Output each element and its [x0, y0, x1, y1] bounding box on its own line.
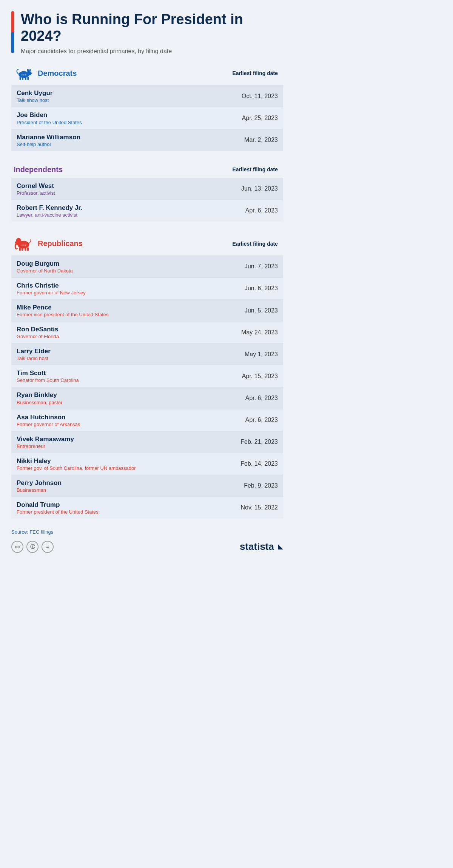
svg-rect-5 — [27, 77, 29, 80]
candidate-name: Ron DeSantis — [17, 325, 59, 334]
filing-date: Apr. 6, 2023 — [229, 417, 278, 423]
candidate-name: Nikki Haley — [17, 457, 136, 465]
filing-date: Apr. 25, 2023 — [229, 115, 278, 122]
filing-date: May 24, 2023 — [229, 329, 278, 336]
candidate-info: Asa Hutchinson Former governor of Arkans… — [17, 413, 80, 427]
democrats-header: ★ ★ ★ Democrats Earliest filing date — [11, 62, 283, 85]
candidate-role: Businessman, pastor — [17, 400, 62, 405]
independents-header-left: Independents — [14, 165, 63, 174]
header-text: Who is Running For President in 2024? Ma… — [21, 11, 283, 55]
svg-rect-4 — [25, 78, 26, 80]
candidate-info: Vivek Ramaswamy Entrepreneur — [17, 435, 74, 449]
republicans-col-header: Earliest filing date — [232, 241, 278, 247]
candidate-role: Talk show host — [17, 97, 52, 103]
candidate-role: Professor, activist — [17, 190, 55, 196]
independents-candidates-list: Cornel West Professor, activist Jun. 13,… — [11, 178, 283, 222]
democrats-section: ★ ★ ★ Democrats Earliest filing date Cen… — [11, 62, 283, 151]
candidate-role: Former governor of Arkansas — [17, 422, 80, 427]
page-title: Who is Running For President in 2024? — [21, 11, 283, 44]
filing-date: Feb. 14, 2023 — [229, 460, 278, 467]
candidate-info: Perry Johnson Businessman — [17, 479, 62, 493]
table-row: Asa Hutchinson Former governor of Arkans… — [11, 409, 283, 431]
filing-date: Apr. 6, 2023 — [229, 207, 278, 214]
candidate-info: Nikki Haley Former gov. of South Carolin… — [17, 457, 136, 471]
table-row: Ryan Binkley Businessman, pastor Apr. 6,… — [11, 387, 283, 409]
candidate-name: Marianne Williamson — [17, 133, 80, 142]
candidate-role: Governor of Florida — [17, 334, 59, 339]
candidate-name: Joe Biden — [17, 111, 82, 119]
republicans-label: Republicans — [38, 239, 83, 248]
statista-text: statista — [240, 541, 274, 553]
table-row: Vivek Ramaswamy Entrepreneur Feb. 21, 20… — [11, 431, 283, 453]
statista-logo: statista — [240, 541, 283, 553]
nd-icon: = — [42, 541, 54, 553]
svg-rect-13 — [22, 248, 23, 251]
svg-rect-2 — [20, 77, 21, 80]
candidate-info: Chris Christie Former governor of New Je… — [17, 282, 86, 295]
candidate-info: Robert F. Kennedy Jr. Lawyer, anti-vacci… — [17, 204, 82, 218]
footer-row: cc ⓘ = statista — [11, 541, 283, 553]
table-row: Larry Elder Talk radio host May 1, 2023 — [11, 343, 283, 365]
source-label: Source: — [11, 529, 29, 535]
filing-date: Jun. 7, 2023 — [229, 263, 278, 270]
svg-text:★ ★ ★: ★ ★ ★ — [21, 244, 27, 246]
candidate-role: Talk radio host — [17, 356, 51, 361]
filing-date: Feb. 21, 2023 — [229, 439, 278, 445]
candidate-name: Cornel West — [17, 182, 55, 190]
svg-point-1 — [27, 72, 32, 75]
table-row: Cornel West Professor, activist Jun. 13,… — [11, 178, 283, 200]
donkey-icon: ★ ★ ★ — [14, 65, 33, 81]
filing-date: Jun. 5, 2023 — [229, 307, 278, 314]
candidate-name: Perry Johnson — [17, 479, 62, 487]
elephant-icon: ★ ★ ★ — [14, 236, 33, 252]
candidate-info: Ryan Binkley Businessman, pastor — [17, 391, 62, 405]
candidate-info: Doug Burgum Governor of North Dakota — [17, 260, 73, 274]
svg-rect-3 — [22, 78, 23, 80]
filing-date: Feb. 9, 2023 — [229, 482, 278, 489]
table-row: Perry Johnson Businessman Feb. 9, 2023 — [11, 475, 283, 497]
candidate-role: Former governor of New Jersey — [17, 290, 86, 295]
filing-date: Mar. 2, 2023 — [229, 137, 278, 143]
filing-date: Apr. 6, 2023 — [229, 395, 278, 402]
license-icons: cc ⓘ = — [11, 541, 54, 553]
candidate-name: Chris Christie — [17, 282, 86, 290]
candidate-info: Joe Biden President of the United States — [17, 111, 82, 125]
candidate-role: Entrepreneur — [17, 443, 74, 449]
democrats-header-left: ★ ★ ★ Democrats — [14, 65, 77, 81]
filing-date: Jun. 6, 2023 — [229, 285, 278, 292]
democrats-label: Democrats — [38, 69, 77, 78]
candidate-name: Asa Hutchinson — [17, 413, 80, 422]
candidate-name: Tim Scott — [17, 369, 79, 377]
statista-arrow-icon — [278, 544, 283, 549]
candidate-role: Governor of North Dakota — [17, 268, 73, 274]
cc-icon: cc — [11, 541, 23, 553]
table-row: Donald Trump Former president of the Uni… — [11, 497, 283, 519]
independents-section: Independents Earliest filing date Cornel… — [11, 162, 283, 222]
filing-date: Apr. 15, 2023 — [229, 373, 278, 380]
table-row: Tim Scott Senator from South Carolina Ap… — [11, 365, 283, 387]
democrats-col-header: Earliest filing date — [232, 70, 278, 76]
candidate-info: Donald Trump Former president of the Uni… — [17, 501, 99, 515]
candidate-role: Former gov. of South Carolina, former UN… — [17, 465, 136, 471]
candidate-role: Self-help author — [17, 142, 80, 147]
by-icon: ⓘ — [26, 541, 39, 553]
independents-header: Independents Earliest filing date — [11, 162, 283, 178]
table-row: Ron DeSantis Governor of Florida May 24,… — [11, 321, 283, 343]
svg-rect-15 — [27, 248, 29, 251]
candidate-role: Senator from South Carolina — [17, 377, 79, 383]
candidate-info: Mike Pence Former vice president of the … — [17, 303, 109, 317]
svg-rect-12 — [19, 248, 21, 251]
candidate-name: Robert F. Kennedy Jr. — [17, 204, 82, 212]
filing-date: Nov. 15, 2022 — [229, 504, 278, 511]
table-row: Chris Christie Former governor of New Je… — [11, 277, 283, 299]
independents-label: Independents — [14, 165, 63, 174]
table-row: Joe Biden President of the United States… — [11, 107, 283, 129]
svg-point-11 — [16, 238, 21, 244]
source-link[interactable]: FEC filings — [29, 529, 53, 535]
candidate-role: Former president of the United States — [17, 509, 99, 515]
filing-date: Jun. 13, 2023 — [229, 185, 278, 192]
candidate-info: Ron DeSantis Governor of Florida — [17, 325, 59, 339]
table-row: Robert F. Kennedy Jr. Lawyer, anti-vacci… — [11, 200, 283, 222]
candidate-name: Donald Trump — [17, 501, 99, 509]
table-row: Doug Burgum Governor of North Dakota Jun… — [11, 255, 283, 277]
